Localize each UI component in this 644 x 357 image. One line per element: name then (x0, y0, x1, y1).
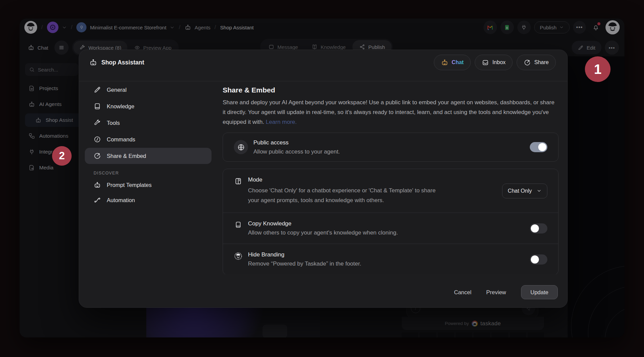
mode-row: Mode Choose 'Chat Only' for a chatbot ex… (223, 169, 558, 213)
automation-flow-icon (94, 196, 101, 204)
chevron-down-icon (537, 188, 542, 193)
modal-footer: Cancel Preview Update (454, 285, 558, 299)
modal-header: Shop Assistant Chat Inbox Sh (79, 50, 567, 81)
panel-heading: Share & Embed (223, 86, 559, 94)
public-access-toggle[interactable] (530, 142, 547, 152)
nav-automation[interactable]: Automation (85, 193, 212, 208)
share-embed-panel: Share & Embed Share and deploy your AI A… (223, 81, 559, 274)
copy-knowledge-toggle[interactable] (530, 223, 547, 234)
share-icon (524, 59, 531, 66)
taskade-mascot-icon (234, 252, 243, 260)
chat-button-label: Chat (452, 59, 464, 65)
modal-nav: General Knowledge Tools Commands Share &… (85, 81, 212, 208)
modal-title: Shop Assistant (101, 59, 144, 66)
copy-knowledge-description: Allow others to copy your agent's knowle… (248, 229, 398, 236)
nav-label: General (107, 87, 127, 93)
hide-branding-row: Hide Branding Remove “Powered by Taskade… (223, 244, 558, 274)
nav-label: Automation (107, 197, 135, 203)
nav-tools[interactable]: Tools (85, 115, 212, 131)
robot-icon (89, 58, 97, 66)
slash-circle-icon (94, 136, 101, 143)
shop-assistant-settings-modal: Shop Assistant Chat Inbox Sh (79, 50, 568, 308)
book-icon (234, 221, 243, 228)
nav-knowledge[interactable]: Knowledge (85, 98, 212, 114)
share-button-label: Share (534, 59, 549, 65)
globe-icon (234, 140, 248, 154)
inbox-button[interactable]: Inbox (475, 55, 513, 70)
public-access-card: Public access Allow public access to you… (223, 133, 559, 162)
mode-select[interactable]: Chat Only (502, 184, 547, 198)
hide-branding-title: Hide Branding (248, 251, 361, 258)
nav-label: Share & Embed (107, 153, 146, 159)
panel-description: Share and deploy your AI Agent beyond yo… (223, 98, 559, 127)
nav-label: Tools (107, 120, 120, 126)
public-access-title: Public access (253, 139, 340, 146)
step-badge-2: 2 (52, 146, 72, 166)
inbox-icon (482, 59, 489, 66)
copy-knowledge-title: Copy Knowledge (248, 220, 398, 227)
preview-button[interactable]: Preview (486, 289, 506, 296)
nav-prompt-templates[interactable]: Prompt Templates (85, 177, 212, 192)
nav-commands[interactable]: Commands (85, 131, 212, 147)
mode-description: Choose 'Chat Only' for a chatbot experie… (248, 186, 447, 205)
inbox-button-label: Inbox (492, 59, 505, 65)
mode-select-value: Chat Only (508, 188, 532, 194)
nav-label: Prompt Templates (107, 182, 152, 188)
mode-panel-icon (234, 177, 243, 185)
hide-branding-toggle[interactable] (530, 254, 547, 265)
nav-label: Commands (107, 136, 135, 143)
robot-icon (441, 59, 448, 66)
learn-more-link[interactable]: Learn more. (266, 119, 297, 125)
nav-label: Knowledge (107, 103, 134, 110)
copy-knowledge-row: Copy Knowledge Allow others to copy your… (223, 213, 558, 244)
share-button[interactable]: Share (517, 55, 556, 70)
cancel-button[interactable]: Cancel (454, 289, 471, 296)
book-icon (94, 103, 101, 110)
pencil-icon (94, 86, 101, 93)
share-options-card: Mode Choose 'Chat Only' for a chatbot ex… (223, 169, 559, 274)
robot-icon (94, 181, 101, 189)
app-window: / / Minimalist E-commerce Storefront / A… (20, 19, 624, 337)
wrench-icon (94, 119, 101, 127)
discover-section-label: DISCOVER (94, 171, 212, 175)
update-button[interactable]: Update (521, 285, 558, 299)
chat-button[interactable]: Chat (434, 55, 471, 70)
public-access-description: Allow public access to your agent. (253, 148, 340, 155)
nav-general[interactable]: General (85, 82, 212, 98)
mode-title: Mode (248, 176, 447, 183)
share-icon (94, 152, 101, 160)
hide-branding-description: Remove “Powered by Taskade” in the foote… (248, 260, 361, 267)
step-badge-1: 1 (585, 56, 611, 82)
nav-share-embed[interactable]: Share & Embed (85, 148, 212, 164)
